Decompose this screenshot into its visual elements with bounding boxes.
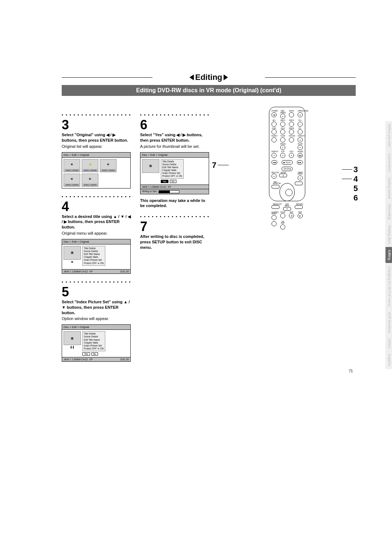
divider-dots: • • • • • • • • • • • • • • • • • • • • …	[62, 194, 131, 199]
divider-dots: • • • • • • • • • • • • • • • • • • • • …	[62, 113, 131, 117]
divider-dots: • • • • • • • • • • • • • • • • • • • • …	[140, 113, 209, 117]
osd-thumbnail-list: Disc > Edit > Original ▦JAN/1 1:00AM 🔒JA…	[62, 152, 131, 189]
tab-before-you-start: Before you start	[385, 121, 392, 150]
remote-control: POWER⏻ REC SPEED● AUDIO OPEN/CLOSE▲ @/1 …	[269, 107, 305, 201]
callout-4: 4	[354, 174, 358, 184]
step-4-instruction: Select a desired title using ▲ / ▼ / ◀ /…	[62, 214, 131, 230]
tab-vcr-functions: VCR functions	[385, 309, 392, 336]
osd-breadcrumb: Disc > Edit > Original	[62, 153, 130, 158]
step-5-result: Option window will appear.	[62, 316, 131, 321]
page-number: 71	[62, 369, 356, 373]
enter-button[interactable]	[285, 189, 293, 196]
step-4-result: Original menu will appear.	[62, 231, 131, 236]
step-3-result: Original list will appear.	[62, 144, 131, 149]
divider-dots: • • • • • • • • • • • • • • • • • • • • …	[140, 214, 209, 219]
tab-espanol: Español	[385, 351, 392, 369]
osd-title-menu: Disc > Edit > Original ▦ ▶ Title Delete …	[62, 239, 131, 274]
step-6-result: A picture for thumbnail will be set.	[140, 144, 209, 149]
tab-getting-started: Getting started	[385, 174, 392, 202]
tab-editing: Editing	[385, 247, 392, 263]
osd-menu-list: Title Delete Scene Delete Edit Title Nam…	[82, 246, 105, 266]
tab-changing-setup: Changing the SETUP menu	[385, 263, 392, 309]
step-number-7: 7	[140, 220, 209, 233]
rewind-button[interactable]: ◀◀	[271, 160, 277, 165]
stop-button[interactable]: STOP ■	[282, 167, 293, 171]
divider-dots: • • • • • • • • • • • • • • • • • • • • …	[62, 280, 131, 284]
ffwd-button[interactable]: ▶▶	[297, 160, 303, 165]
step-5-instruction: Select "Index Picture Set" using ▲ / ▼ b…	[62, 299, 131, 316]
play-button[interactable]: ▶ PLAY	[282, 160, 293, 165]
subtitle-bar: Editing DVD-RW discs in VR mode (Origina…	[62, 85, 356, 96]
step-number-5: 5	[62, 285, 131, 299]
tab-recording: Recording	[385, 202, 392, 222]
tab-connections: Connections	[385, 150, 392, 174]
callout-7: 7	[212, 161, 216, 170]
step-number-4: 4	[62, 200, 131, 213]
step-6-instruction: Select "Yes" using ◀ / ▶ buttons, then p…	[140, 132, 209, 143]
osd-menu-list: Title Delete Scene Delete Edit Title Nam…	[82, 331, 105, 351]
dpad[interactable]	[279, 183, 295, 201]
osd-writing: Disc > Edit > Original ▦ Title Delete Sc…	[140, 152, 209, 194]
step-6-note: This operation may take a while to be co…	[140, 198, 209, 209]
osd-option-window: Disc > Edit > Original ▦ ❚❚ Title Delete…	[62, 324, 131, 362]
callout-6: 6	[354, 193, 358, 203]
step-number-3: 3	[62, 118, 131, 131]
step-3-instruction: Select "Original" using ◀ / ▶ buttons, t…	[62, 132, 131, 143]
callout-5: 5	[354, 184, 358, 193]
step-number-6: 6	[140, 118, 209, 131]
title-text: Editing	[195, 73, 222, 82]
step-7-instruction: After writing to disc is completed, pres…	[140, 234, 209, 250]
tab-playing-discs: Playing discs	[385, 222, 392, 247]
tab-others: Others	[385, 336, 392, 351]
section-title: Editing	[62, 73, 356, 82]
side-tabs: Before you start Connections Getting sta…	[385, 121, 392, 369]
callout-3: 3	[354, 165, 358, 174]
